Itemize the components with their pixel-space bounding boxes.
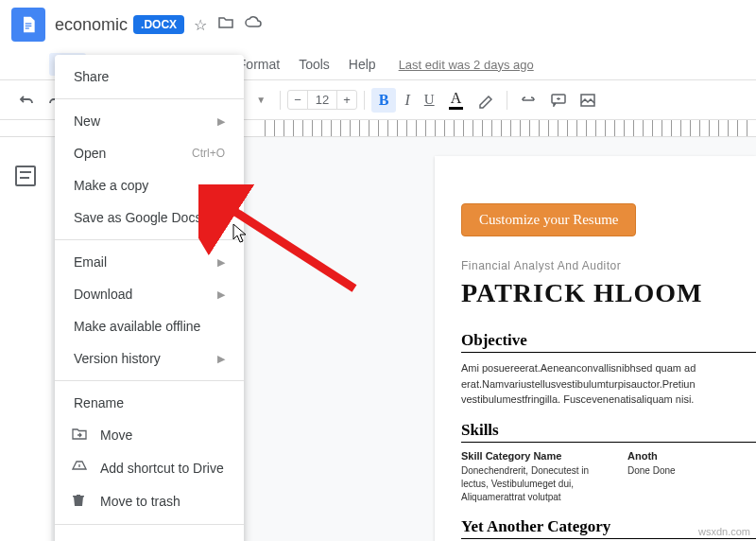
file-dropdown-menu: Share New▶ OpenCtrl+O Make a copy Save a… xyxy=(55,55,244,541)
menu-move-trash[interactable]: Move to trash xyxy=(55,484,244,518)
move-folder-icon[interactable] xyxy=(218,16,233,34)
submenu-arrow-icon: ▶ xyxy=(217,353,225,365)
menu-move[interactable]: Move xyxy=(55,419,244,451)
menu-email[interactable]: Email▶ xyxy=(55,246,244,278)
page: Customize your Resume Financial Analyst … xyxy=(435,156,756,541)
trash-icon xyxy=(72,493,87,510)
resume-name: PATRICK HLOOM xyxy=(461,278,756,308)
chevron-down-icon[interactable]: ▼ xyxy=(256,95,266,105)
menu-publish-web[interactable]: Publish to the web xyxy=(55,531,244,541)
docx-badge: .DOCX xyxy=(133,15,184,34)
outline-icon[interactable] xyxy=(15,166,36,186)
menu-tools[interactable]: Tools xyxy=(291,53,337,76)
menu-open[interactable]: OpenCtrl+O xyxy=(55,137,244,169)
objective-text: Ami posuereerat.Aeneanconvallisnibhsed q… xyxy=(461,360,756,408)
size-minus[interactable]: − xyxy=(288,91,307,109)
separator xyxy=(55,524,244,525)
menu-share[interactable]: Share xyxy=(55,61,244,93)
job-title: Financial Analyst And Auditor xyxy=(461,259,756,272)
section-objective: Objective xyxy=(461,331,756,353)
docs-logo[interactable] xyxy=(11,8,45,42)
menu-rename[interactable]: Rename xyxy=(55,387,244,419)
separator xyxy=(280,91,281,110)
menu-make-copy[interactable]: Make a copy xyxy=(55,169,244,201)
menu-version-history[interactable]: Version history▶ xyxy=(55,342,244,375)
cloud-icon[interactable] xyxy=(245,16,262,34)
image-icon[interactable] xyxy=(575,90,601,111)
submenu-arrow-icon: ▶ xyxy=(217,256,225,269)
size-plus[interactable]: + xyxy=(337,91,356,109)
separator xyxy=(55,98,244,99)
comment-icon[interactable] xyxy=(545,90,572,111)
drive-shortcut-icon xyxy=(72,460,87,476)
watermark: wsxdn.com xyxy=(698,526,750,537)
separator xyxy=(364,91,365,110)
italic-button[interactable]: I xyxy=(399,88,415,113)
menu-add-shortcut[interactable]: Add shortcut to Drive xyxy=(55,451,244,484)
skill-category: Anoth xyxy=(627,450,756,462)
bold-button[interactable]: B xyxy=(371,88,397,113)
undo-icon[interactable] xyxy=(13,90,40,111)
menu-help[interactable]: Help xyxy=(341,53,384,76)
menu-new[interactable]: New▶ xyxy=(55,105,244,137)
edit-history-link[interactable]: Last edit was 2 days ago xyxy=(399,58,534,72)
underline-button[interactable]: U xyxy=(419,88,440,112)
skill-category: Skill Category Name xyxy=(461,450,590,462)
link-icon[interactable] xyxy=(514,92,542,109)
folder-move-icon xyxy=(72,428,87,443)
font-size-control[interactable]: − 12 + xyxy=(287,90,357,110)
separator xyxy=(55,380,244,381)
separator xyxy=(55,239,244,240)
skill-text: Done Done xyxy=(627,464,756,478)
separator xyxy=(507,91,507,110)
size-value[interactable]: 12 xyxy=(307,91,337,109)
doc-title[interactable]: economic xyxy=(55,15,128,35)
submenu-arrow-icon: ▶ xyxy=(217,288,225,301)
svg-rect-0 xyxy=(26,23,32,24)
svg-rect-1 xyxy=(26,26,32,26)
highlight-button[interactable] xyxy=(472,88,500,113)
skill-text: Donechendrerit, Donecutest in lectus, Ve… xyxy=(461,464,590,504)
star-icon[interactable]: ☆ xyxy=(194,16,207,34)
menu-download[interactable]: Download▶ xyxy=(55,278,244,310)
customize-resume-button[interactable]: Customize your Resume xyxy=(461,203,636,236)
svg-rect-2 xyxy=(26,27,29,28)
menu-offline[interactable]: Make available offline xyxy=(55,310,244,342)
submenu-arrow-icon: ▶ xyxy=(217,115,225,128)
text-color-button[interactable]: A xyxy=(443,86,470,113)
section-skills: Skills xyxy=(461,421,756,443)
menu-save-as-google-docs[interactable]: Save as Google Docs xyxy=(55,201,244,234)
